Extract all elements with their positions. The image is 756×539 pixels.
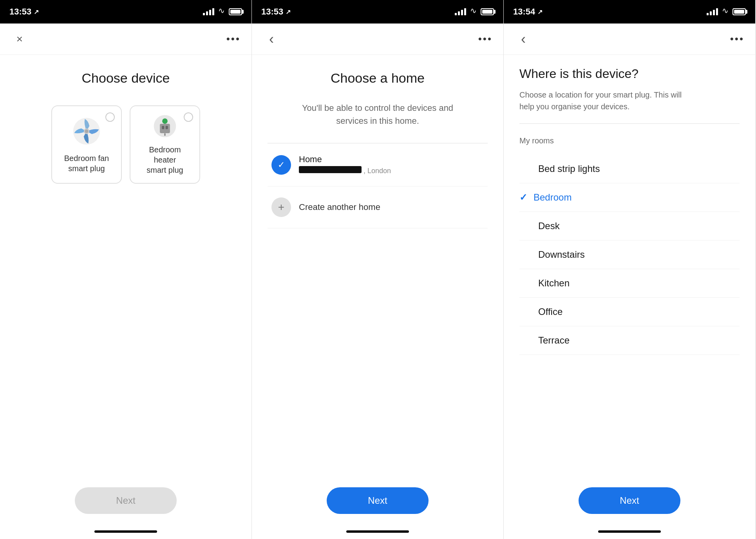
devices-grid: Bedroom fan smart plug — [51, 105, 200, 184]
location-icon-1: ↗ — [34, 8, 39, 16]
wifi-icon-3: ∿ — [722, 8, 729, 15]
svg-rect-6 — [162, 126, 164, 129]
wifi-icon-1: ∿ — [218, 8, 225, 15]
plus-icon: + — [278, 201, 284, 213]
choose-home-title: Choose a home — [331, 71, 425, 86]
choose-device-content: Choose device — [0, 55, 251, 479]
signal-icon-1 — [203, 8, 214, 15]
home-bar-3 — [598, 530, 661, 533]
next-button-3[interactable]: Next — [579, 487, 680, 514]
home-info-1: Home , London — [299, 154, 484, 175]
nav-bar-2: ‹ ••• — [252, 24, 503, 55]
more-options-button-1[interactable]: ••• — [226, 33, 241, 45]
home-address-1: , London — [299, 166, 484, 175]
signal-icon-2 — [455, 8, 466, 15]
svg-rect-8 — [164, 133, 165, 136]
room-item-bed-strip[interactable]: Bed strip lights — [519, 155, 740, 183]
back-button-2[interactable]: ‹ — [263, 31, 280, 48]
more-options-button-3[interactable]: ••• — [730, 33, 744, 45]
panel-choose-device: 13:53 ↗ ∿ × ••• Choose devic — [0, 0, 252, 539]
choose-home-subtitle: You'll be able to control the devices an… — [295, 101, 460, 127]
device-name-heater: Bedroom heater smart plug — [138, 145, 192, 175]
device-card-bedroom-heater[interactable]: Bedroom heater smart plug — [130, 105, 200, 184]
status-bar-2: 13:53 ↗ ∿ — [252, 0, 503, 24]
svg-rect-7 — [166, 126, 168, 129]
create-home-info: Create another home — [299, 202, 484, 212]
where-device-content: Where is this device? Choose a location … — [504, 55, 755, 479]
create-home-label: Create another home — [299, 202, 484, 212]
bottom-bar-1: Next — [0, 479, 251, 526]
battery-icon-3 — [732, 8, 746, 15]
bottom-bar-2: Next — [252, 479, 503, 526]
fan-device-icon — [71, 116, 102, 147]
status-time-3: 13:54 ↗ — [513, 7, 543, 17]
next-button-2[interactable]: Next — [327, 487, 429, 514]
device-radio-fan — [105, 112, 115, 122]
home-bar-1 — [94, 530, 157, 533]
redacted-address — [299, 166, 362, 173]
plug-device-icon — [149, 114, 181, 138]
choose-home-content: Choose a home You'll be able to control … — [252, 55, 503, 479]
nav-bar-3: ‹ ••• — [504, 24, 755, 55]
room-item-terrace[interactable]: Terrace — [519, 326, 740, 355]
choose-device-title: Choose device — [82, 71, 170, 86]
rooms-section: My rooms Bed strip lights ✓ Bedroom Desk… — [519, 136, 740, 355]
location-icon-2: ↗ — [286, 8, 291, 16]
room-check-icon: ✓ — [519, 192, 527, 203]
panel-where-device: 13:54 ↗ ∿ ‹ ••• Where is thi — [504, 0, 756, 539]
location-icon-3: ↗ — [537, 8, 543, 16]
next-button-1[interactable]: Next — [75, 487, 177, 514]
panel-choose-home: 13:53 ↗ ∿ ‹ ••• Choose a hom — [252, 0, 504, 539]
room-item-kitchen[interactable]: Kitchen — [519, 269, 740, 298]
home-indicator-1 — [0, 526, 251, 539]
room-item-downstairs[interactable]: Downstairs — [519, 241, 740, 269]
status-icons-1: ∿ — [203, 8, 242, 15]
status-time-2: 13:53 ↗ — [261, 7, 291, 17]
home-item-1[interactable]: ✓ Home , London — [268, 143, 488, 186]
room-item-desk[interactable]: Desk — [519, 212, 740, 241]
more-options-button-2[interactable]: ••• — [478, 33, 492, 45]
svg-point-4 — [162, 118, 168, 124]
home-indicator-3 — [504, 526, 755, 539]
status-bar-3: 13:54 ↗ ∿ — [504, 0, 755, 24]
create-home-item[interactable]: + Create another home — [268, 186, 488, 228]
battery-icon-1 — [229, 8, 242, 15]
svg-rect-5 — [160, 124, 170, 133]
status-icons-3: ∿ — [707, 8, 746, 15]
status-bar-1: 13:53 ↗ ∿ — [0, 0, 251, 24]
where-device-title: Where is this device? — [519, 67, 638, 81]
section-divider — [519, 123, 740, 124]
wifi-icon-2: ∿ — [470, 8, 477, 15]
checkmark-icon: ✓ — [278, 160, 285, 170]
home-avatar-selected: ✓ — [271, 155, 291, 175]
device-radio-heater — [184, 112, 193, 122]
home-indicator-2 — [252, 526, 503, 539]
signal-icon-3 — [707, 8, 718, 15]
bottom-bar-3: Next — [504, 479, 755, 526]
device-card-bedroom-fan[interactable]: Bedroom fan smart plug — [51, 105, 122, 184]
my-rooms-title: My rooms — [519, 136, 740, 145]
where-device-subtitle: Choose a location for your smart plug. T… — [519, 89, 684, 112]
battery-icon-2 — [481, 8, 494, 15]
svg-point-2 — [85, 130, 89, 133]
create-home-avatar: + — [271, 197, 291, 217]
close-button[interactable]: × — [11, 31, 28, 48]
device-name-fan: Bedroom fan smart plug — [64, 153, 109, 174]
home-list: ✓ Home , London + Create another home — [268, 143, 488, 228]
home-bar-2 — [346, 530, 409, 533]
nav-bar-1: × ••• — [0, 24, 251, 55]
room-item-office[interactable]: Office — [519, 298, 740, 326]
back-button-3[interactable]: ‹ — [515, 31, 532, 48]
home-name-1: Home — [299, 154, 484, 165]
status-icons-2: ∿ — [455, 8, 494, 15]
room-item-bedroom[interactable]: ✓ Bedroom — [519, 183, 740, 212]
status-time-1: 13:53 ↗ — [9, 7, 39, 17]
